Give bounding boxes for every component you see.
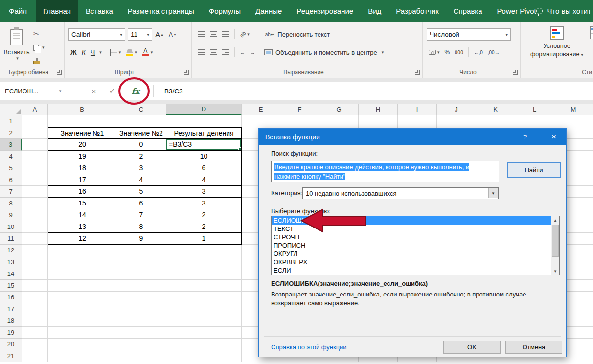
col-header-F[interactable]: F <box>280 104 319 115</box>
row-header-11[interactable]: 11 <box>0 233 22 245</box>
cell-D14[interactable] <box>166 268 242 280</box>
align-center-button[interactable] <box>208 46 219 58</box>
cell-D17[interactable] <box>166 303 242 315</box>
col-header-D[interactable]: D <box>166 104 242 115</box>
cell-B21[interactable] <box>48 350 116 362</box>
col-header-I[interactable]: I <box>398 104 437 115</box>
cell-C8[interactable]: 6 <box>116 198 166 209</box>
row-header-17[interactable]: 17 <box>0 303 22 315</box>
cell-B7[interactable]: 16 <box>48 186 116 198</box>
cell-A12[interactable] <box>22 245 48 256</box>
cell-D19[interactable] <box>166 327 242 339</box>
cell-A16[interactable] <box>22 292 48 303</box>
cell-B3[interactable]: 20 <box>48 139 116 151</box>
cell-B14[interactable] <box>48 268 116 280</box>
cell-B12[interactable] <box>48 245 116 256</box>
ribbon-tab-3[interactable]: Разметка страницы <box>120 0 202 22</box>
borders-button[interactable]: ▾ <box>108 46 123 58</box>
cell-H1[interactable] <box>359 115 398 127</box>
format-painter-button[interactable] <box>31 55 46 67</box>
align-bottom-button[interactable] <box>220 28 231 40</box>
cell-C18[interactable] <box>116 315 166 327</box>
cell-B4[interactable]: 19 <box>48 151 116 162</box>
tell-me[interactable]: Что вы хотит <box>536 0 591 22</box>
col-header-K[interactable]: K <box>476 104 515 115</box>
scrollbar-thumb[interactable] <box>552 225 559 257</box>
cell-B13[interactable] <box>48 256 116 268</box>
cell-M1[interactable] <box>554 115 593 127</box>
ribbon-tab-0[interactable]: Файл <box>0 0 36 22</box>
cell-C3[interactable]: 0 <box>116 139 166 151</box>
scroll-down-icon[interactable]: ▼ <box>551 267 559 275</box>
cell-A21[interactable] <box>22 350 48 362</box>
cell-A8[interactable] <box>22 198 48 209</box>
dialog-launcher-icon[interactable] <box>513 70 518 75</box>
copy-button[interactable]: ▾ <box>31 42 46 53</box>
cell-B19[interactable] <box>48 327 116 339</box>
function-item-2[interactable]: СТРОЧН <box>272 233 551 241</box>
cell-B15[interactable] <box>48 280 116 292</box>
cell-A9[interactable] <box>22 209 48 221</box>
cell-A20[interactable] <box>22 339 48 350</box>
cell-G1[interactable] <box>319 115 359 127</box>
cell-D7[interactable]: 3 <box>166 186 242 198</box>
paste-button[interactable]: Вставить ▾ <box>3 27 30 61</box>
ribbon-tab-6[interactable]: Рецензирование <box>289 0 361 22</box>
cell-D11[interactable]: 1 <box>166 233 242 245</box>
row-header-19[interactable]: 19 <box>0 327 22 339</box>
row-header-10[interactable]: 10 <box>0 221 22 233</box>
cell-A4[interactable] <box>22 151 48 162</box>
cell-D20[interactable] <box>166 339 242 350</box>
name-box[interactable]: ЕСЛИОШ... ▾ <box>0 82 65 100</box>
cell-A15[interactable] <box>22 280 48 292</box>
cell-D2[interactable]: Результат деления <box>166 127 242 139</box>
row-header-9[interactable]: 9 <box>0 209 22 221</box>
formula-input[interactable]: =B3/C3 <box>154 88 182 95</box>
cell-D15[interactable] <box>166 280 242 292</box>
col-header-E[interactable]: E <box>242 104 280 115</box>
cut-button[interactable]: ✂ <box>31 28 46 40</box>
ribbon-tab-10[interactable]: Power Pivot <box>490 0 544 22</box>
cell-D18[interactable] <box>166 315 242 327</box>
cell-A18[interactable] <box>22 315 48 327</box>
dialog-launcher-icon[interactable] <box>415 70 420 75</box>
chevron-down-icon[interactable]: ▾ <box>99 50 102 55</box>
cell-C16[interactable] <box>116 292 166 303</box>
cell-B1[interactable] <box>48 115 116 127</box>
ribbon-tab-5[interactable]: Данные <box>248 0 289 22</box>
col-header-H[interactable]: H <box>359 104 398 115</box>
col-header-C[interactable]: C <box>116 104 166 115</box>
cell-C5[interactable]: 3 <box>116 162 166 174</box>
cell-D4[interactable]: 10 <box>166 151 242 162</box>
close-icon[interactable]: × <box>542 129 566 145</box>
row-header-14[interactable]: 14 <box>0 268 22 280</box>
dialog-launcher-icon[interactable] <box>184 70 189 75</box>
shrink-font-button[interactable]: А▼ <box>167 29 179 41</box>
row-header-16[interactable]: 16 <box>0 292 22 303</box>
col-header-M[interactable]: M <box>554 104 593 115</box>
row-header-2[interactable]: 2 <box>0 127 22 139</box>
cell-I1[interactable] <box>398 115 437 127</box>
cell-D6[interactable]: 4 <box>166 174 242 186</box>
row-header-4[interactable]: 4 <box>0 151 22 162</box>
font-name-select[interactable]: Calibri▾ <box>68 28 125 41</box>
ribbon-tab-7[interactable]: Вид <box>361 0 388 22</box>
font-color-button[interactable]: А▾ <box>140 46 155 58</box>
cell-D8[interactable]: 3 <box>166 198 242 209</box>
font-size-select[interactable]: 11▾ <box>128 28 152 41</box>
scrollbar[interactable]: ▲ ▼ <box>551 216 559 275</box>
cell-B6[interactable]: 17 <box>48 174 116 186</box>
orientation-button[interactable]: ab▾ <box>238 28 251 40</box>
align-middle-button[interactable] <box>208 28 219 40</box>
scroll-up-icon[interactable]: ▲ <box>551 216 559 224</box>
row-header-7[interactable]: 7 <box>0 186 22 198</box>
decrease-indent-button[interactable]: ← <box>238 46 247 58</box>
cell-C2[interactable]: Значение №2 <box>116 127 166 139</box>
cell-D12[interactable] <box>166 245 242 256</box>
cell-B11[interactable]: 12 <box>48 233 116 245</box>
function-item-1[interactable]: ТЕКСТ <box>272 225 551 233</box>
cell-C19[interactable] <box>116 327 166 339</box>
col-header-L[interactable]: L <box>515 104 554 115</box>
percent-format-button[interactable]: % <box>443 46 452 58</box>
row-header-20[interactable]: 20 <box>0 339 22 350</box>
